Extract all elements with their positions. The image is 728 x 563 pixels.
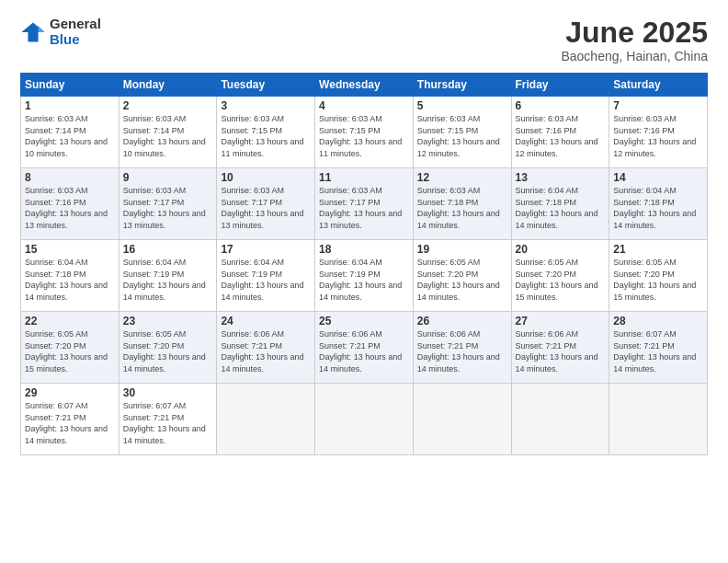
day-info: Sunrise: 6:03 AMSunset: 7:17 PMDaylight:… (319, 185, 409, 231)
calendar-cell-day: 24Sunrise: 6:06 AMSunset: 7:21 PMDayligh… (217, 312, 315, 384)
day-info: Sunrise: 6:06 AMSunset: 7:21 PMDaylight:… (319, 328, 409, 374)
day-number: 13 (516, 171, 606, 184)
calendar-cell-day: 27Sunrise: 6:06 AMSunset: 7:21 PMDayligh… (511, 312, 609, 384)
calendar-cell-empty (511, 384, 609, 455)
calendar-cell-day: 16Sunrise: 6:04 AMSunset: 7:19 PMDayligh… (119, 240, 217, 312)
day-number: 8 (25, 171, 115, 184)
calendar-week-row: 15Sunrise: 6:04 AMSunset: 7:18 PMDayligh… (21, 240, 708, 312)
day-info: Sunrise: 6:06 AMSunset: 7:21 PMDaylight:… (417, 328, 507, 374)
calendar-header-monday: Monday (119, 74, 217, 97)
calendar-cell-day: 21Sunrise: 6:05 AMSunset: 7:20 PMDayligh… (609, 240, 708, 312)
title-block: June 2025 Baocheng, Hainan, China (561, 17, 708, 63)
calendar: SundayMondayTuesdayWednesdayThursdayFrid… (20, 73, 708, 455)
calendar-header-saturday: Saturday (609, 74, 708, 97)
header: General Blue June 2025 Baocheng, Hainan,… (20, 17, 708, 63)
day-number: 14 (613, 171, 703, 184)
calendar-cell-empty (315, 384, 414, 455)
day-number: 15 (25, 243, 115, 256)
day-info: Sunrise: 6:04 AMSunset: 7:18 PMDaylight:… (25, 257, 115, 303)
day-number: 16 (123, 243, 213, 256)
day-number: 11 (319, 171, 409, 184)
calendar-header-wednesday: Wednesday (315, 74, 414, 97)
calendar-cell-day: 6Sunrise: 6:03 AMSunset: 7:16 PMDaylight… (511, 97, 609, 168)
calendar-cell-day: 8Sunrise: 6:03 AMSunset: 7:16 PMDaylight… (21, 168, 119, 240)
calendar-cell-day: 10Sunrise: 6:03 AMSunset: 7:17 PMDayligh… (217, 168, 315, 240)
logo-general: General (50, 17, 101, 32)
calendar-cell-day: 5Sunrise: 6:03 AMSunset: 7:15 PMDaylight… (413, 97, 511, 168)
calendar-cell-day: 25Sunrise: 6:06 AMSunset: 7:21 PMDayligh… (315, 312, 414, 384)
calendar-cell-day: 7Sunrise: 6:03 AMSunset: 7:16 PMDaylight… (609, 97, 708, 168)
day-info: Sunrise: 6:03 AMSunset: 7:17 PMDaylight:… (123, 185, 213, 231)
calendar-cell-day: 18Sunrise: 6:04 AMSunset: 7:19 PMDayligh… (315, 240, 414, 312)
day-number: 24 (221, 315, 311, 327)
day-info: Sunrise: 6:03 AMSunset: 7:18 PMDaylight:… (417, 185, 507, 231)
calendar-header-friday: Friday (511, 74, 609, 97)
calendar-header-sunday: Sunday (21, 74, 119, 97)
page: General Blue June 2025 Baocheng, Hainan,… (0, 0, 728, 563)
location: Baocheng, Hainan, China (561, 49, 708, 63)
calendar-cell-day: 1Sunrise: 6:03 AMSunset: 7:14 PMDaylight… (21, 97, 119, 168)
calendar-cell-empty (609, 384, 708, 455)
day-info: Sunrise: 6:05 AMSunset: 7:20 PMDaylight:… (417, 257, 507, 303)
day-info: Sunrise: 6:03 AMSunset: 7:16 PMDaylight:… (613, 113, 703, 159)
day-number: 18 (319, 243, 409, 256)
day-number: 5 (417, 99, 507, 112)
day-info: Sunrise: 6:03 AMSunset: 7:15 PMDaylight:… (319, 113, 409, 159)
logo-icon (20, 19, 46, 45)
day-number: 21 (613, 243, 703, 256)
svg-marker-1 (39, 26, 45, 32)
day-info: Sunrise: 6:05 AMSunset: 7:20 PMDaylight:… (613, 257, 703, 303)
calendar-cell-day: 11Sunrise: 6:03 AMSunset: 7:17 PMDayligh… (315, 168, 414, 240)
calendar-week-row: 29Sunrise: 6:07 AMSunset: 7:21 PMDayligh… (21, 384, 708, 455)
day-info: Sunrise: 6:06 AMSunset: 7:21 PMDaylight:… (221, 328, 311, 374)
calendar-week-row: 22Sunrise: 6:05 AMSunset: 7:20 PMDayligh… (21, 312, 708, 384)
day-info: Sunrise: 6:07 AMSunset: 7:21 PMDaylight:… (613, 328, 703, 374)
day-info: Sunrise: 6:07 AMSunset: 7:21 PMDaylight:… (123, 400, 213, 446)
day-info: Sunrise: 6:03 AMSunset: 7:14 PMDaylight:… (25, 113, 115, 159)
logo-blue: Blue (50, 32, 101, 48)
calendar-cell-day: 14Sunrise: 6:04 AMSunset: 7:18 PMDayligh… (609, 168, 708, 240)
day-info: Sunrise: 6:05 AMSunset: 7:20 PMDaylight:… (516, 257, 606, 303)
calendar-cell-day: 22Sunrise: 6:05 AMSunset: 7:20 PMDayligh… (21, 312, 119, 384)
day-number: 19 (417, 243, 507, 256)
day-info: Sunrise: 6:06 AMSunset: 7:21 PMDaylight:… (516, 328, 606, 374)
day-number: 17 (221, 243, 311, 256)
day-number: 26 (417, 315, 507, 327)
calendar-cell-empty (217, 384, 315, 455)
day-info: Sunrise: 6:03 AMSunset: 7:15 PMDaylight:… (417, 113, 507, 159)
day-info: Sunrise: 6:04 AMSunset: 7:18 PMDaylight:… (613, 185, 703, 231)
calendar-week-row: 1Sunrise: 6:03 AMSunset: 7:14 PMDaylight… (21, 97, 708, 168)
calendar-cell-day: 23Sunrise: 6:05 AMSunset: 7:20 PMDayligh… (119, 312, 217, 384)
calendar-cell-day: 9Sunrise: 6:03 AMSunset: 7:17 PMDaylight… (119, 168, 217, 240)
day-number: 23 (123, 315, 213, 327)
day-number: 25 (319, 315, 409, 327)
calendar-cell-day: 30Sunrise: 6:07 AMSunset: 7:21 PMDayligh… (119, 384, 217, 455)
calendar-header-thursday: Thursday (413, 74, 511, 97)
calendar-cell-day: 19Sunrise: 6:05 AMSunset: 7:20 PMDayligh… (413, 240, 511, 312)
calendar-cell-day: 26Sunrise: 6:06 AMSunset: 7:21 PMDayligh… (413, 312, 511, 384)
calendar-cell-day: 13Sunrise: 6:04 AMSunset: 7:18 PMDayligh… (511, 168, 609, 240)
day-info: Sunrise: 6:04 AMSunset: 7:19 PMDaylight:… (319, 257, 409, 303)
calendar-cell-day: 20Sunrise: 6:05 AMSunset: 7:20 PMDayligh… (511, 240, 609, 312)
day-number: 7 (613, 99, 703, 112)
day-number: 2 (123, 99, 213, 112)
day-number: 3 (221, 99, 311, 112)
calendar-cell-day: 15Sunrise: 6:04 AMSunset: 7:18 PMDayligh… (21, 240, 119, 312)
calendar-cell-day: 2Sunrise: 6:03 AMSunset: 7:14 PMDaylight… (119, 97, 217, 168)
day-number: 30 (123, 386, 213, 399)
day-number: 20 (516, 243, 606, 256)
calendar-cell-day: 3Sunrise: 6:03 AMSunset: 7:15 PMDaylight… (217, 97, 315, 168)
day-info: Sunrise: 6:03 AMSunset: 7:14 PMDaylight:… (123, 113, 213, 159)
logo: General Blue (20, 17, 101, 47)
day-number: 22 (25, 315, 115, 327)
calendar-header-tuesday: Tuesday (217, 74, 315, 97)
day-number: 9 (123, 171, 213, 184)
calendar-cell-day: 4Sunrise: 6:03 AMSunset: 7:15 PMDaylight… (315, 97, 414, 168)
day-number: 12 (417, 171, 507, 184)
day-info: Sunrise: 6:03 AMSunset: 7:16 PMDaylight:… (516, 113, 606, 159)
calendar-header-row: SundayMondayTuesdayWednesdayThursdayFrid… (21, 74, 708, 97)
day-number: 28 (613, 315, 703, 327)
day-info: Sunrise: 6:03 AMSunset: 7:16 PMDaylight:… (25, 185, 115, 231)
day-number: 6 (516, 99, 606, 112)
month-title: June 2025 (561, 17, 708, 49)
